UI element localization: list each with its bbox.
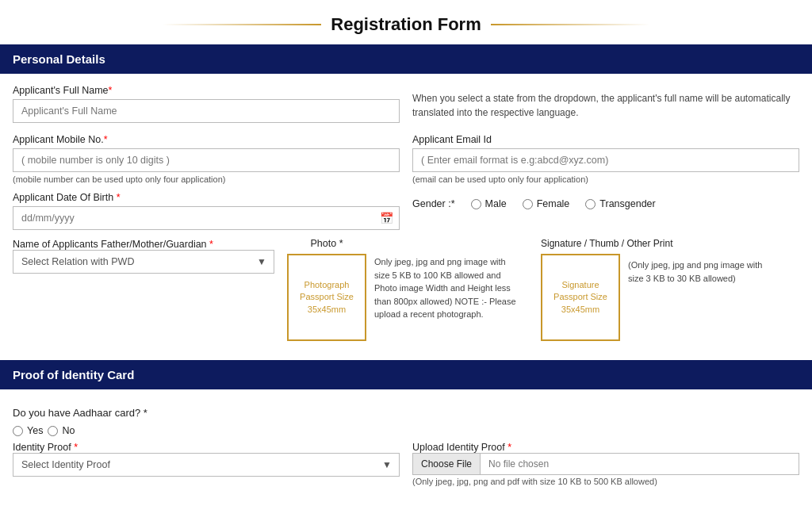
- gender-label: Gender :*: [412, 198, 455, 209]
- gender-female-radio[interactable]: [523, 199, 533, 209]
- father-label: Name of Applicants Father/Mother/Guardia…: [13, 239, 213, 250]
- father-col: Name of Applicants Father/Mother/Guardia…: [13, 238, 274, 274]
- aadhaar-question-row: Do you have Aadhaar card? *: [13, 407, 799, 419]
- signature-info-text: (Only jpeg, jpg and png image with size …: [628, 259, 771, 285]
- personal-details-section: Personal Details Applicant's Full Name* …: [0, 44, 812, 352]
- gender-col: Gender :* Male Female Transgender: [412, 192, 799, 209]
- identity-proof-select[interactable]: Select Identity Proof: [13, 453, 400, 477]
- gender-male-option[interactable]: Male: [471, 198, 507, 209]
- signature-area: Signature / Thumb / Other Print Signatur…: [541, 238, 771, 341]
- identity-proof-col: Identity Proof * Select Identity Proof ▼: [13, 441, 400, 477]
- dob-wrapper: 📅: [13, 206, 400, 230]
- email-input[interactable]: [412, 148, 799, 172]
- file-name-display: No file chosen: [481, 454, 799, 474]
- email-hint: (email can be used upto only four applic…: [412, 174, 799, 184]
- identity-proof-select-wrapper: Select Identity Proof ▼: [13, 453, 400, 477]
- gender-transgender-radio[interactable]: [585, 199, 596, 209]
- full-name-info-col: When you select a state from the dropdow…: [412, 85, 799, 126]
- photos-area: Photo * Photograph Passport Size 35x45mm…: [287, 238, 799, 341]
- full-name-info: When you select a state from the dropdow…: [412, 85, 799, 126]
- dob-input[interactable]: [13, 206, 400, 230]
- title-line-right: [491, 24, 649, 25]
- gender-row: Gender :* Male Female Transgender: [412, 198, 799, 209]
- relation-select[interactable]: Select Relation with PWD: [13, 250, 274, 274]
- full-name-input[interactable]: [13, 99, 400, 123]
- title-line-left: [163, 24, 321, 25]
- email-col: Applicant Email Id (email can be used up…: [412, 134, 799, 184]
- email-label: Applicant Email Id: [412, 134, 799, 145]
- aadhaar-yes-radio[interactable]: [13, 426, 23, 436]
- full-name-col: Applicant's Full Name*: [13, 85, 400, 123]
- page-title-section: Registration Form: [0, 0, 812, 44]
- signature-upload-box[interactable]: Signature Passport Size 35x45mm: [541, 254, 620, 341]
- photo-box-text: Photograph Passport Size 35x45mm: [300, 279, 354, 316]
- photo-label: Photo *: [310, 238, 343, 249]
- aadhaar-radio-row: Yes No: [13, 425, 799, 436]
- file-upload-wrapper: Choose File No file chosen: [412, 453, 799, 475]
- upload-proof-col: Upload Identity Proof * Choose File No f…: [412, 441, 799, 487]
- identity-proof-row: Identity Proof * Select Identity Proof ▼…: [13, 441, 799, 487]
- aadhaar-no-option[interactable]: No: [48, 425, 75, 436]
- signature-label: Signature / Thumb / Other Print: [541, 238, 673, 249]
- aadhaar-yes-label: Yes: [27, 425, 43, 436]
- identity-section: Proof of Identity Card Do you have Aadha…: [0, 360, 812, 498]
- photo-info-text: Only jpeg, jpg and png image with size 5…: [374, 255, 517, 321]
- mobile-hint: (mobile number can be used upto only fou…: [13, 174, 400, 184]
- dob-col: Applicant Date Of Birth * 📅: [13, 192, 400, 230]
- gender-transgender-option[interactable]: Transgender: [585, 198, 655, 209]
- aadhaar-no-radio[interactable]: [48, 426, 58, 436]
- gender-female-option[interactable]: Female: [523, 198, 570, 209]
- gender-male-radio[interactable]: [471, 199, 481, 209]
- photo-info-col: Only jpeg, jpg and png image with size 5…: [374, 238, 517, 321]
- upload-hint: (Only jpeg, jpg, png and pdf with size 1…: [412, 477, 657, 486]
- father-photo-row: Name of Applicants Father/Mother/Guardia…: [13, 238, 799, 341]
- aadhaar-yes-option[interactable]: Yes: [13, 425, 43, 436]
- page-title: Registration Form: [331, 14, 481, 35]
- identity-proof-label: Identity Proof *: [13, 442, 78, 453]
- photo-upload-box[interactable]: Photograph Passport Size 35x45mm: [287, 254, 366, 341]
- upload-proof-label: Upload Identity Proof *: [412, 442, 511, 453]
- full-name-row: Applicant's Full Name* When you select a…: [13, 85, 799, 126]
- mobile-email-row: Applicant Mobile No.* (mobile number can…: [13, 134, 799, 184]
- aadhaar-question: Do you have Aadhaar card? *: [13, 407, 147, 419]
- aadhaar-no-label: No: [62, 425, 75, 436]
- mobile-label: Applicant Mobile No.*: [13, 134, 400, 145]
- mobile-col: Applicant Mobile No.* (mobile number can…: [13, 134, 400, 184]
- mobile-input[interactable]: [13, 148, 400, 172]
- signature-box-text: Signature Passport Size 35x45mm: [553, 279, 607, 316]
- full-name-label: Applicant's Full Name*: [13, 85, 400, 96]
- personal-details-header: Personal Details: [0, 44, 812, 74]
- choose-file-button[interactable]: Choose File: [413, 454, 481, 474]
- calendar-icon[interactable]: 📅: [380, 212, 393, 224]
- dob-label: Applicant Date Of Birth *: [13, 192, 400, 203]
- relation-select-wrapper: Select Relation with PWD ▼: [13, 250, 274, 274]
- photo-section: Photo * Photograph Passport Size 35x45mm: [287, 238, 366, 341]
- dob-gender-row: Applicant Date Of Birth * 📅 Gender :*: [13, 192, 799, 230]
- identity-header: Proof of Identity Card: [0, 360, 812, 389]
